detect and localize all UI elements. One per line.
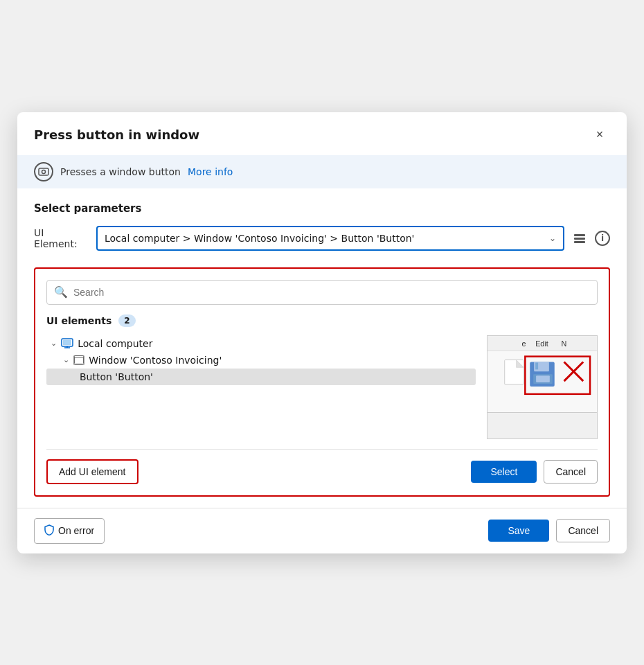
press-button-dialog: Press button in window × Presses a windo… — [17, 112, 627, 553]
svg-rect-28 — [488, 412, 597, 438]
search-box: 🔍 — [46, 280, 598, 305]
window-icon — [73, 355, 84, 365]
svg-rect-18 — [505, 360, 524, 384]
svg-rect-8 — [63, 340, 71, 345]
ui-element-dropdown[interactable]: Local computer > Window 'Contoso Invoici… — [96, 226, 564, 251]
ui-element-label: UI Element: — [34, 227, 89, 249]
dialog-header: Press button in window × — [17, 112, 627, 155]
chevron-icon: ⌄ — [51, 339, 57, 348]
ui-elements-header: UI elements 2 — [46, 314, 598, 327]
svg-rect-24 — [536, 375, 550, 382]
svg-rect-2 — [574, 234, 585, 236]
ui-element-input-group: Local computer > Window 'Contoso Invoici… — [96, 226, 610, 251]
svg-rect-0 — [39, 168, 48, 175]
close-icon: × — [596, 127, 604, 142]
params-section: Select parameters UI Element: Local comp… — [17, 188, 627, 267]
local-computer-label: Local computer — [78, 338, 152, 349]
svg-text:e: e — [521, 339, 526, 347]
select-button[interactable]: Select — [471, 461, 537, 483]
search-input[interactable] — [73, 287, 590, 298]
cancel-dropdown-button[interactable]: Cancel — [544, 460, 598, 484]
dialog-footer: On error Save Cancel — [17, 508, 627, 553]
tree-item-local-computer[interactable]: ⌄ Local computer — [46, 335, 476, 352]
chevron-icon-2: ⌄ — [63, 355, 69, 364]
tree-item-window[interactable]: ⌄ Window 'Contoso Invoicing' — [46, 352, 476, 369]
on-error-button[interactable]: On error — [34, 518, 105, 544]
chevron-down-icon: ⌄ — [549, 233, 556, 243]
svg-point-1 — [42, 170, 46, 173]
dropdown-footer: Add UI element Select Cancel — [46, 449, 598, 484]
search-icon: 🔍 — [54, 285, 68, 299]
tree-item-button[interactable]: Button 'Button' — [46, 369, 476, 385]
dialog-title: Press button in window — [34, 127, 199, 142]
window-label: Window 'Contoso Invoicing' — [89, 355, 222, 366]
info-banner: Presses a window button More info — [17, 155, 627, 188]
button-label: Button 'Button' — [80, 371, 153, 382]
ui-element-dropdown-panel: 🔍 UI elements 2 ⌄ — [34, 267, 610, 497]
press-button-icon — [34, 162, 53, 181]
info-text: Presses a window button — [60, 166, 181, 177]
section-title: Select parameters — [34, 202, 610, 215]
cancel-footer-button[interactable]: Cancel — [556, 519, 610, 542]
ui-element-field-row: UI Element: Local computer > Window 'Con… — [34, 226, 610, 251]
save-button[interactable]: Save — [488, 520, 549, 542]
computer-icon — [61, 338, 73, 349]
svg-rect-3 — [574, 238, 585, 240]
svg-rect-4 — [574, 241, 585, 243]
info-icon[interactable]: i — [595, 231, 610, 246]
add-ui-element-button[interactable]: Add UI element — [46, 459, 138, 484]
svg-text:N: N — [562, 339, 567, 347]
tree-area: ⌄ Local computer ⌄ — [46, 335, 598, 439]
layers-icon[interactable] — [570, 229, 589, 248]
shield-icon — [44, 524, 54, 538]
more-info-link[interactable]: More info — [188, 166, 233, 177]
svg-rect-9 — [75, 356, 84, 364]
close-button[interactable]: × — [589, 125, 610, 145]
preview-image: e Edit N — [487, 335, 598, 439]
tree-list: ⌄ Local computer ⌄ — [46, 335, 476, 439]
ui-elements-badge: 2 — [118, 314, 135, 327]
svg-rect-22 — [535, 362, 538, 369]
ui-elements-label: UI elements — [46, 315, 111, 326]
ui-element-value: Local computer > Window 'Contoso Invoici… — [105, 233, 414, 244]
on-error-label: On error — [58, 525, 94, 536]
svg-text:Edit: Edit — [535, 339, 548, 347]
